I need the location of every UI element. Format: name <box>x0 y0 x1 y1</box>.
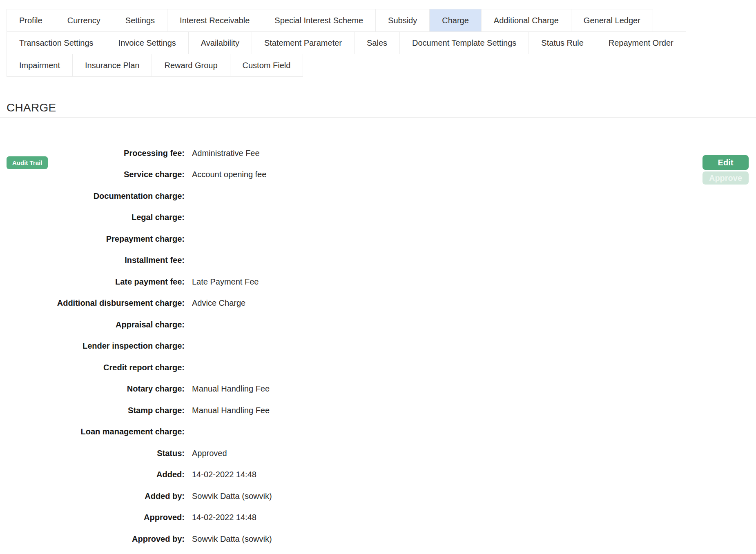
field-label: Status: <box>0 449 185 458</box>
tab-row-2: Transaction SettingsInvoice SettingsAvai… <box>7 31 756 54</box>
field-label: Added by: <box>0 492 185 501</box>
field-value: Sowvik Datta (sowvik) <box>192 492 756 501</box>
field-label: Legal charge: <box>0 213 185 222</box>
tab-insurance-plan[interactable]: Insurance Plan <box>72 54 152 77</box>
tab-row-3: ImpairmentInsurance PlanReward GroupCust… <box>7 54 756 77</box>
field-value: 14-02-2022 14:48 <box>192 470 756 479</box>
field-value: Approved <box>192 449 756 458</box>
tab-reward-group[interactable]: Reward Group <box>152 54 230 77</box>
field-label: Notary charge: <box>0 384 185 394</box>
field-label: Documentation charge: <box>0 191 185 201</box>
tab-bar: ProfileCurrencySettingsInterest Receivab… <box>7 9 756 77</box>
tab-profile[interactable]: Profile <box>7 9 55 32</box>
tab-special-interest-scheme[interactable]: Special Interest Scheme <box>262 9 376 32</box>
tab-invoice-settings[interactable]: Invoice Settings <box>106 31 189 54</box>
field-label: Late payment fee: <box>0 277 185 287</box>
tab-general-ledger[interactable]: General Ledger <box>571 9 653 32</box>
field-value: Administrative Fee <box>192 149 756 158</box>
tab-interest-receivable[interactable]: Interest Receivable <box>167 9 262 32</box>
field-label: Approved by: <box>0 534 185 544</box>
charge-detail-form: Processing fee:Administrative FeeService… <box>0 142 756 550</box>
tab-document-template-settings[interactable]: Document Template Settings <box>399 31 529 54</box>
charge-detail-panel: Audit Trail Edit Approve Processing fee:… <box>0 142 756 550</box>
tab-statement-parameter[interactable]: Statement Parameter <box>252 31 355 54</box>
tab-transaction-settings[interactable]: Transaction Settings <box>7 31 106 54</box>
tab-subsidy[interactable]: Subsidy <box>375 9 430 32</box>
tab-currency[interactable]: Currency <box>55 9 113 32</box>
field-label: Approved: <box>0 513 185 522</box>
approve-button[interactable]: Approve <box>702 171 749 185</box>
edit-button[interactable]: Edit <box>702 155 749 170</box>
tab-status-rule[interactable]: Status Rule <box>529 31 596 54</box>
field-label: Lender inspection charge: <box>0 341 185 351</box>
tab-impairment[interactable]: Impairment <box>7 54 73 77</box>
field-value: Advice Charge <box>192 298 756 308</box>
field-label: Installment fee: <box>0 256 185 265</box>
field-value: 14-02-2022 14:48 <box>192 513 756 522</box>
tab-custom-field[interactable]: Custom Field <box>230 54 303 77</box>
field-label: Stamp charge: <box>0 406 185 415</box>
field-value: Sowvik Datta (sowvik) <box>192 534 756 544</box>
field-value: Account opening fee <box>192 170 756 179</box>
field-label: Appraisal charge: <box>0 320 185 329</box>
tab-settings[interactable]: Settings <box>113 9 167 32</box>
tab-availability[interactable]: Availability <box>188 31 252 54</box>
tab-charge[interactable]: Charge <box>429 9 482 32</box>
title-divider <box>0 117 756 118</box>
field-label: Service charge: <box>0 170 185 179</box>
field-label: Additional disbursement charge: <box>0 298 185 308</box>
field-label: Prepayment charge: <box>0 234 185 244</box>
field-value: Late Payment Fee <box>192 277 756 287</box>
page-title: CHARGE <box>7 102 756 113</box>
tab-repayment-order[interactable]: Repayment Order <box>596 31 686 54</box>
field-value: Manual Handling Fee <box>192 384 756 394</box>
tab-row-1: ProfileCurrencySettingsInterest Receivab… <box>7 9 756 32</box>
field-label: Loan management charge: <box>0 427 185 436</box>
action-buttons: Edit Approve <box>702 155 749 185</box>
tab-sales[interactable]: Sales <box>354 31 400 54</box>
audit-trail-button[interactable]: Audit Trail <box>7 156 48 169</box>
field-value: Manual Handling Fee <box>192 406 756 415</box>
tab-additional-charge[interactable]: Additional Charge <box>481 9 571 32</box>
field-label: Credit report charge: <box>0 363 185 372</box>
field-label: Added: <box>0 470 185 479</box>
